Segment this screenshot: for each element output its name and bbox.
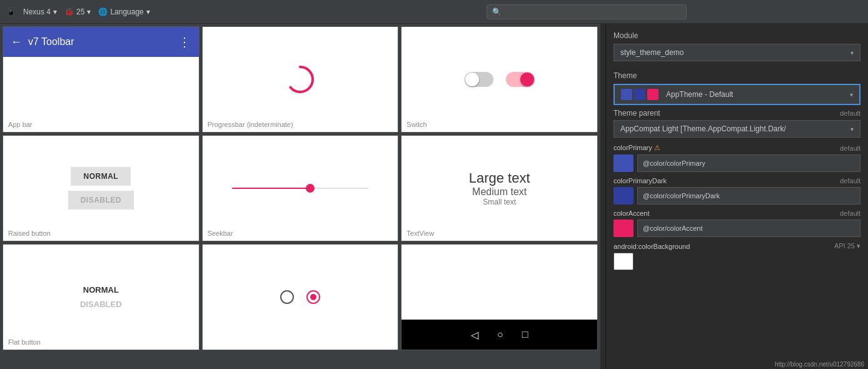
color-primary-default: default [840,144,860,152]
color-accent-row: colorAccent default [613,210,860,217]
swatch-primary-dark [634,89,645,100]
text-small: Small text [469,198,530,206]
theme-label: Theme [613,71,860,80]
color-primary-swatch[interactable] [613,154,633,172]
recents-nav-icon: □ [522,329,528,340]
device-chevron: ▾ [53,8,57,16]
color-primary-dark-label: colorPrimaryDark [613,177,667,184]
color-primary-input-row [613,154,860,172]
language-icon: 🌐 [98,8,108,16]
flat-button-demo: NORMAL DISABLED [80,285,121,309]
phone-icon: 📱 [6,8,16,16]
flat-disabled-button: DISABLED [80,300,121,309]
radio-demo [280,290,320,304]
progress-circle [285,64,315,94]
back-arrow-icon: ← [11,36,22,49]
flat-normal-button[interactable]: NORMAL [83,285,119,295]
switch-on[interactable] [506,72,535,87]
color-primary-dark-swatch[interactable] [613,187,633,205]
api-selector[interactable]: 🐞 25 ▾ [64,8,91,16]
theme-parent-row: Theme parent default [613,109,860,118]
language-chevron: ▾ [146,8,150,16]
module-dropdown[interactable]: style_theme_demo ▾ [613,44,860,61]
color-accent-input-row [613,220,860,237]
watermark: http://blog.csdn.net/u012792686 [775,361,864,368]
color-accent-default: default [840,210,860,217]
module-chevron-icon: ▾ [850,49,854,56]
right-panel: Module style_theme_demo ▾ Theme AppTheme… [605,24,868,369]
preview-area: ← v7 Toolbar ⋮ App bar Progressbar (inde… [0,24,600,369]
radio-selected[interactable] [306,290,320,304]
color-accent-input[interactable] [637,220,860,237]
color-primary-input[interactable] [637,154,860,172]
search-icon: 🔍 [492,8,502,16]
color-background-default: API 25 ▾ [834,242,860,250]
color-primary-label: colorPrimary ⚠ [613,144,660,152]
text-large: Large text [469,170,530,186]
theme-value: AppTheme - Default [666,90,733,99]
card-label-flat-button: Flat button [8,338,41,346]
card-label-switch: Switch [406,121,426,128]
api-chevron-icon: ▾ [857,242,860,250]
color-primary-dark-default: default [840,177,860,184]
radio-unselected[interactable] [280,290,294,304]
search-input[interactable] [504,8,681,16]
color-primary-dark-input[interactable] [637,187,860,205]
card-label-textview: TextView [406,230,434,237]
switch-off[interactable] [465,72,493,87]
card-textview: Large text Medium text Small text TextVi… [401,135,598,241]
app-bar-title: v7 Toolbar [28,36,172,48]
top-bar: 📱 Nexus 4 ▾ 🐞 25 ▾ 🌐 Language ▾ 🔍 [0,0,868,24]
api-chevron: ▾ [87,8,91,16]
swatch-accent [647,89,659,100]
color-background-input-row [613,253,860,270]
back-nav-icon: ◁ [471,329,478,341]
seekbar-fill [232,188,307,189]
color-background-swatch[interactable] [613,253,633,270]
theme-chevron-icon: ▾ [850,91,853,98]
more-options-icon: ⋮ [178,34,191,49]
home-nav-icon: ○ [497,329,503,340]
seekbar-track [232,188,369,189]
swatch-primary [621,89,632,100]
card-app-bar: ← v7 Toolbar ⋮ App bar [3,26,199,133]
raised-disabled-button: DISABLED [68,191,134,210]
device-selector[interactable]: Nexus 4 ▾ [23,8,57,16]
theme-parent-dropdown[interactable]: AppCompat Light [Theme.AppCompat.Light.D… [613,120,860,138]
module-value: style_theme_demo [620,48,684,57]
card-switch: Switch [401,26,598,133]
card-label-raised-button: Raised button [8,230,51,237]
svg-point-0 [288,67,313,92]
api-label: 25 [76,8,84,16]
color-background-label: android:colorBackground [613,243,690,250]
color-background-row: android:colorBackground API 25 ▾ [613,242,860,250]
theme-parent-default: default [840,109,860,117]
theme-dropdown[interactable]: AppTheme - Default ▾ [613,84,860,105]
color-primary-row: colorPrimary ⚠ default [613,144,860,152]
raised-normal-button[interactable]: NORMAL [71,167,131,186]
text-medium: Medium text [469,186,530,198]
switch-demo [465,72,535,87]
card-label-progressbar: Progressbar (indeterminate) [208,121,293,128]
language-selector[interactable]: 🌐 Language ▾ [98,8,149,16]
card-label-app-bar: App bar [8,121,33,128]
main-layout: ← v7 Toolbar ⋮ App bar Progressbar (inde… [0,24,868,369]
search-bar[interactable]: 🔍 [487,4,687,19]
color-primary-dark-row: colorPrimaryDark default [613,177,860,184]
card-raised-button: NORMAL DISABLED Raised button [3,135,199,241]
app-bar-demo: ← v7 Toolbar ⋮ [3,27,199,57]
theme-parent-value: AppCompat Light [Theme.AppCompat.Light.D… [620,124,786,133]
color-accent-swatch[interactable] [613,220,633,237]
color-primary-dark-input-row [613,187,860,205]
system-bar-demo: ◁ ○ □ [401,320,597,350]
raised-button-demo: NORMAL DISABLED [68,167,134,210]
card-seekbar: Seekbar [202,135,399,241]
device-label: Nexus 4 [23,8,51,16]
device-icon: 📱 [6,8,16,16]
module-label: Module [613,31,860,40]
card-progressbar: Progressbar (indeterminate) [202,26,399,133]
theme-parent-chevron-icon: ▾ [850,126,854,133]
color-accent-label: colorAccent [613,210,649,217]
bug-icon: 🐞 [64,8,74,16]
seekbar-thumb[interactable] [306,184,315,193]
